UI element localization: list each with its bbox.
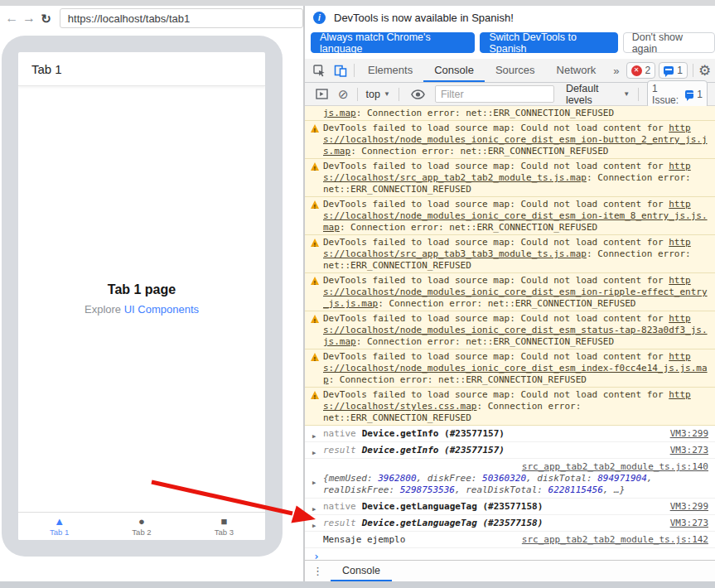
context-selector[interactable]: top ▼ xyxy=(366,89,390,100)
forward-button-icon[interactable]: → xyxy=(22,12,37,25)
explore-prefix: Explore xyxy=(85,303,124,316)
app-tab-1-label: Tab 1 xyxy=(50,528,69,537)
warning-icon xyxy=(311,315,319,323)
url-text: https://localhost/tabs/tab1 xyxy=(68,12,190,25)
messages-count: 1 xyxy=(677,65,683,76)
url-bar[interactable]: https://localhost/tabs/tab1 xyxy=(60,8,303,28)
issues-badge[interactable]: 1 Issue: 1 xyxy=(647,80,708,108)
chevron-down-icon: ▼ xyxy=(623,90,630,98)
source-location-link[interactable]: VM3:273 xyxy=(670,445,708,456)
infobar-actions: Always match Chrome's language Switch De… xyxy=(305,30,715,59)
source-location-link[interactable]: VM3:299 xyxy=(670,501,708,513)
app-tabbar: ▲ Tab 1 ● Tab 2 ■ Tab 3 xyxy=(18,512,265,540)
circle-icon: ● xyxy=(138,516,145,527)
drawer-tab-console[interactable]: Console xyxy=(331,561,392,581)
info-icon: i xyxy=(313,12,326,24)
more-tabs-icon[interactable]: » xyxy=(606,65,626,77)
expand-triangle-icon[interactable]: ▶ xyxy=(312,477,316,489)
devtools-pane: i DevTools is now available in Spanish! … xyxy=(305,6,715,581)
clear-console-icon[interactable]: ⊘ xyxy=(338,88,349,100)
window-top-strip xyxy=(0,0,715,6)
console-warning: DevTools failed to load source map: Coul… xyxy=(305,159,715,197)
console-log-row: VM3:299 ▶ nativeDevice.getLanguageTag (#… xyxy=(305,499,715,515)
message-bubble-icon xyxy=(664,66,674,75)
explore-line: Explore UI Components xyxy=(85,303,199,316)
expand-triangle-icon[interactable]: ▶ xyxy=(312,431,316,442)
log-levels-selector[interactable]: Default levels ▼ xyxy=(566,83,630,106)
console-warning: DevTools failed to load source map: Coul… xyxy=(305,235,715,273)
issues-label: 1 Issue: xyxy=(652,83,682,106)
console-log-row: VM3:273 ▶ resultDevice.getLanguageTag (#… xyxy=(305,515,715,532)
warning-icon xyxy=(311,200,319,209)
triangle-icon: ▲ xyxy=(54,516,65,527)
ui-components-link[interactable]: UI Components xyxy=(124,303,199,316)
app-tab-3[interactable]: ■ Tab 3 xyxy=(183,513,265,540)
kebab-menu-icon[interactable]: ⋮ xyxy=(312,565,323,577)
console-warning: DevTools failed to load source map: Coul… xyxy=(305,311,715,349)
app-tab-2[interactable]: ● Tab 2 xyxy=(100,513,182,540)
object-preview: {memUsed: 3962800, diskFree: 50360320, d… xyxy=(323,473,652,495)
live-expression-eye-icon[interactable] xyxy=(408,84,429,105)
back-button-icon[interactable]: ← xyxy=(4,12,20,25)
console-message-text: Mensaje ejemplo xyxy=(323,534,405,545)
source-location-link[interactable]: src_app_tab2_tab2_module_ts.js:140 xyxy=(522,461,708,472)
reload-button-icon[interactable]: ↻ xyxy=(38,12,54,25)
console-object-row: src_app_tab2_tab2_module_ts.js:140 ▶ {me… xyxy=(305,459,715,499)
app-tab-1[interactable]: ▲ Tab 1 xyxy=(18,513,100,540)
console-message-row: src_app_tab2_tab2_module_ts.js:142 Mensa… xyxy=(305,532,715,548)
tab-sources[interactable]: Sources xyxy=(485,59,546,82)
console-warning: DevTools failed to load source map: Coul… xyxy=(305,121,715,159)
console-sidebar-toggle-icon[interactable] xyxy=(311,84,332,105)
devtools-infobar: i DevTools is now available in Spanish! xyxy=(305,6,715,30)
filter-input[interactable] xyxy=(435,85,554,103)
console-log-row: VM3:273 ▶ resultDevice.getInfo (#2357715… xyxy=(305,442,715,459)
separator xyxy=(638,88,639,101)
source-map-link[interactable]: js.map xyxy=(323,108,356,118)
device-frame: Tab 1 Tab 1 page Explore UI Components ▲… xyxy=(2,36,283,557)
match-language-button[interactable]: Always match Chrome's language xyxy=(311,32,475,53)
browser-navbar: ← → ↻ https://localhost/tabs/tab1 xyxy=(0,6,303,31)
device-toolbar-icon[interactable] xyxy=(330,60,351,81)
warning-icon xyxy=(311,162,319,171)
console-warning: DevTools failed to load source map: Coul… xyxy=(305,197,715,235)
app-tab-3-label: Tab 3 xyxy=(215,528,234,537)
console-warning-partial: js.map: Connection error: net::ERR_CONNE… xyxy=(305,106,715,121)
devtools-drawer: ⋮ Console xyxy=(305,560,715,581)
expand-triangle-icon[interactable]: ▶ xyxy=(312,447,316,459)
expand-triangle-icon[interactable]: ▶ xyxy=(312,504,316,515)
errors-count: 2 xyxy=(645,65,651,76)
warning-icon xyxy=(311,124,319,133)
warning-icon xyxy=(311,353,319,361)
issues-count: 1 xyxy=(697,89,703,100)
tab-network[interactable]: Network xyxy=(546,59,607,82)
switch-spanish-button[interactable]: Switch DevTools to Spanish xyxy=(480,32,617,53)
device-screen: Tab 1 Tab 1 page Explore UI Components ▲… xyxy=(18,52,265,540)
separator xyxy=(693,64,693,77)
app-content: Tab 1 page Explore UI Components xyxy=(18,86,265,512)
warning-icon xyxy=(311,277,319,285)
console-warning: DevTools failed to load source map: Coul… xyxy=(305,273,715,311)
source-location-link[interactable]: src_app_tab2_tab2_module_ts.js:142 xyxy=(522,534,708,546)
console-prompt[interactable]: › xyxy=(305,548,715,560)
settings-gear-icon[interactable]: ⚙ xyxy=(698,62,711,80)
square-icon: ■ xyxy=(220,516,227,527)
prompt-chevron-icon: › xyxy=(313,550,320,560)
inspect-element-icon[interactable] xyxy=(308,60,330,81)
error-icon: ✕ xyxy=(631,65,642,76)
source-location-link[interactable]: VM3:273 xyxy=(670,518,708,529)
errors-badge[interactable]: ✕ 2 xyxy=(626,62,656,79)
devtools-tabbar: Elements Console Sources Network » ✕ 2 1… xyxy=(305,59,715,83)
console-toolbar: ⊘ top ▼ Default levels ▼ 1 Issue: 1 xyxy=(305,83,715,106)
separator xyxy=(354,64,355,77)
console-log-row: VM3:299 ▶ nativeDevice.getInfo (#2357715… xyxy=(305,426,715,442)
source-location-link[interactable]: VM3:299 xyxy=(670,428,708,440)
warning-icon xyxy=(311,391,319,399)
expand-triangle-icon[interactable]: ▶ xyxy=(312,520,316,532)
page-title: Tab 1 page xyxy=(108,282,176,297)
console-warning: DevTools failed to load source map: Coul… xyxy=(305,349,715,388)
console-warning: DevTools failed to load source map: Coul… xyxy=(305,388,715,426)
tab-elements[interactable]: Elements xyxy=(357,59,423,82)
messages-badge[interactable]: 1 xyxy=(659,62,688,79)
tab-console[interactable]: Console xyxy=(423,59,485,82)
dont-show-again-button[interactable]: Don't show again xyxy=(623,32,715,53)
